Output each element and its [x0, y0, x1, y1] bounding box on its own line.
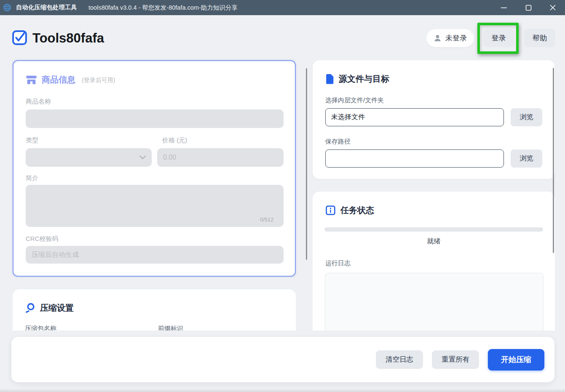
compress-card-title: 压缩设置	[40, 302, 74, 314]
browse-save-button[interactable]: 浏览	[511, 149, 542, 168]
prefix-label: 前缀标识	[158, 325, 183, 331]
login-status-badge: 未登录	[426, 29, 474, 47]
task-status-card: 任务状态 就绪 运行日志	[313, 192, 555, 331]
status-card-clip: 任务状态 就绪 运行日志	[313, 192, 555, 331]
main-page: Tools80fafa 未登录 登录 帮助 商品信息 (登录后可用) 商品名称 …	[0, 15, 565, 392]
crc-input	[26, 246, 284, 264]
run-log-label: 运行日志	[325, 259, 351, 267]
product-type-select	[26, 148, 152, 167]
product-name-input	[26, 109, 284, 128]
source-card-title: 源文件与目标	[339, 73, 389, 85]
minimize-button[interactable]	[492, 0, 516, 15]
search-settings-icon	[25, 302, 35, 314]
checkbox-logo-icon	[12, 30, 27, 47]
chevron-down-icon	[139, 155, 146, 160]
save-path-input[interactable]	[325, 149, 504, 168]
window-controls	[492, 0, 565, 15]
maximize-button[interactable]	[516, 0, 541, 15]
product-desc-textarea	[26, 185, 284, 227]
titlebar-app-title: 自动化压缩包处理工具	[16, 4, 77, 11]
product-price-input	[157, 148, 284, 167]
product-info-card: 商品信息 (登录后可用) 商品名称 类型 价格 (元) 简介 0/512 CRC…	[13, 60, 296, 277]
login-button[interactable]: 登录	[483, 29, 514, 47]
user-icon	[434, 34, 442, 42]
info-icon	[325, 205, 336, 216]
run-log-area[interactable]	[325, 273, 544, 331]
product-card-title: 商品信息	[42, 74, 75, 85]
product-price-label: 价格 (元)	[162, 136, 187, 144]
start-compress-button[interactable]: 开始压缩	[488, 349, 544, 371]
help-button[interactable]: 帮助	[524, 29, 555, 47]
minimize-icon	[501, 4, 507, 11]
close-icon	[549, 4, 556, 11]
window-bottom-edge	[0, 389, 565, 392]
package-name-label: 压缩包名称	[25, 325, 56, 331]
product-desc-label: 简介	[26, 174, 38, 182]
status-card-title: 任务状态	[340, 205, 374, 216]
titlebar-window-title: tools80fafa v3.0.4 - 帮您发发-80fafa.com-助力知…	[88, 0, 238, 15]
source-target-card: 源文件与目标 选择内层文件/文件夹 浏览 保存路径 浏览	[313, 60, 555, 179]
app-window: 自动化压缩包处理工具 tools80fafa v3.0.4 - 帮您发发-80f…	[0, 0, 565, 392]
browse-source-button[interactable]: 浏览	[511, 108, 542, 126]
app-logo-icon	[3, 3, 11, 12]
product-name-label: 商品名称	[26, 98, 51, 106]
status-text: 就绪	[313, 237, 555, 246]
compress-settings-card: 压缩设置 压缩包名称 前缀标识	[13, 289, 296, 331]
left-column-scrollbar[interactable]	[306, 68, 307, 260]
char-counter: 0/512	[260, 216, 274, 223]
titlebar: 自动化压缩包处理工具 tools80fafa v3.0.4 - 帮您发发-80f…	[0, 0, 565, 15]
product-type-label: 类型	[26, 136, 38, 144]
store-icon	[26, 75, 37, 85]
save-path-label: 保存路径	[325, 138, 351, 146]
clear-log-button[interactable]: 清空日志	[376, 350, 423, 369]
maximize-icon	[525, 5, 532, 11]
page-title: Tools80fafa	[32, 31, 104, 46]
close-button[interactable]	[541, 0, 565, 15]
product-card-subtitle: (登录后可用)	[82, 75, 115, 84]
document-icon	[325, 74, 334, 84]
crc-label: CRC校验码	[26, 235, 59, 243]
reset-all-button[interactable]: 重置所有	[432, 350, 479, 369]
footer-action-bar: 清空日志 重置所有 开始压缩	[11, 337, 554, 382]
source-file-input[interactable]	[325, 108, 504, 126]
source-file-label: 选择内层文件/文件夹	[325, 96, 384, 104]
progress-bar	[324, 227, 543, 232]
login-status-text: 未登录	[445, 33, 467, 43]
right-column-scrollbar[interactable]	[553, 68, 554, 253]
compress-card-clip: 压缩设置 压缩包名称 前缀标识	[13, 289, 296, 331]
